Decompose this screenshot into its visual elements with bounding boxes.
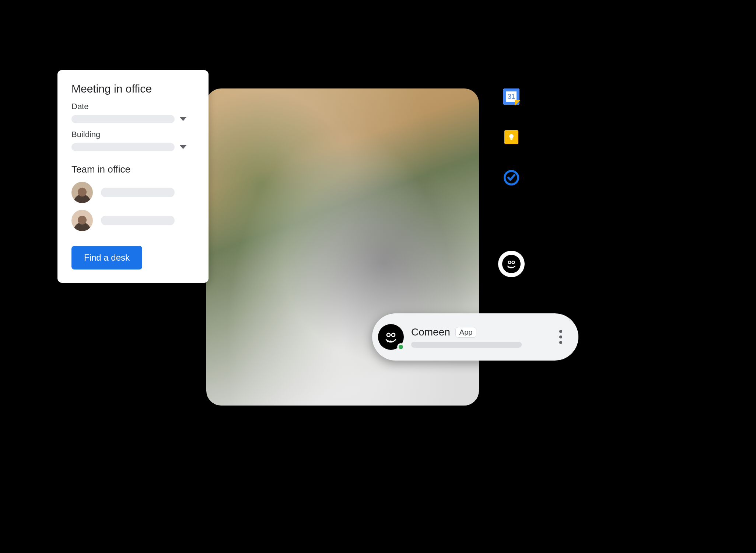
calendar-day-number: 31 <box>503 88 519 105</box>
google-contacts-icon[interactable] <box>503 210 519 226</box>
building-value-placeholder <box>71 143 175 151</box>
svg-point-4 <box>392 333 395 337</box>
meeting-in-office-card: Meeting in office Date Building Team in … <box>57 70 209 283</box>
side-app-rail: 31 <box>497 88 526 277</box>
more-options-button[interactable] <box>553 330 568 344</box>
team-name-placeholder <box>101 216 175 225</box>
google-tasks-icon[interactable] <box>503 170 519 186</box>
presence-indicator <box>397 343 405 351</box>
comeen-chat-card[interactable]: Comeen App <box>372 313 578 361</box>
chat-message-placeholder <box>411 342 522 348</box>
app-badge: App <box>455 327 477 338</box>
find-a-desk-button[interactable]: Find a desk <box>71 246 142 269</box>
date-value-placeholder <box>71 115 175 123</box>
chat-app-name: Comeen <box>411 326 450 338</box>
team-in-office-title: Team in office <box>71 164 195 175</box>
chevron-down-icon <box>180 145 186 149</box>
svg-point-2 <box>512 261 514 264</box>
team-member-row <box>71 210 195 231</box>
comeen-avatar <box>378 324 404 350</box>
team-member-row <box>71 182 195 203</box>
building-label: Building <box>71 130 195 139</box>
avatar <box>71 182 93 203</box>
avatar <box>71 210 93 231</box>
svg-point-1 <box>508 261 511 264</box>
date-select[interactable] <box>71 115 195 123</box>
google-keep-icon[interactable] <box>503 129 519 145</box>
team-name-placeholder <box>101 188 175 197</box>
card-title: Meeting in office <box>71 83 195 95</box>
chevron-down-icon <box>180 117 186 121</box>
comeen-app-icon[interactable] <box>498 251 525 277</box>
google-calendar-icon[interactable]: 31 <box>503 88 519 105</box>
svg-point-3 <box>387 333 390 337</box>
date-label: Date <box>71 102 195 111</box>
chat-body: Comeen App <box>411 326 546 348</box>
building-select[interactable] <box>71 143 195 151</box>
